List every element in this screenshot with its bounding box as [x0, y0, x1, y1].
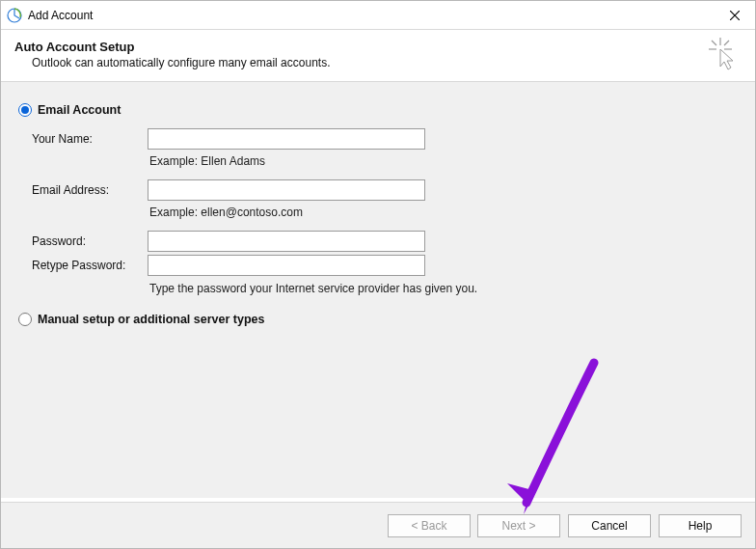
- svg-line-4: [712, 41, 716, 45]
- name-label: Your Name:: [32, 132, 148, 146]
- name-input[interactable]: [148, 128, 425, 150]
- close-button[interactable]: [715, 1, 755, 30]
- retype-password-input[interactable]: [148, 255, 425, 276]
- email-input[interactable]: [148, 179, 425, 201]
- outlook-icon: [7, 8, 22, 23]
- radio-email-account[interactable]: Email Account: [18, 103, 738, 117]
- back-button[interactable]: < Back: [388, 514, 471, 537]
- radio-icon: [18, 103, 32, 117]
- click-cursor-icon: [709, 38, 738, 67]
- next-button[interactable]: Next >: [477, 514, 560, 537]
- email-hint: Example: ellen@contoso.com: [148, 204, 303, 219]
- email-label: Email Address:: [32, 183, 148, 197]
- retype-password-label: Retype Password:: [32, 259, 148, 272]
- password-input[interactable]: [148, 231, 425, 252]
- cancel-button[interactable]: Cancel: [568, 514, 651, 537]
- radio-email-account-label: Email Account: [38, 103, 121, 117]
- email-account-form: Your Name: Example: Ellen Adams Email Ad…: [18, 128, 738, 295]
- radio-icon: [18, 313, 32, 326]
- wizard-title: Auto Account Setup: [14, 40, 738, 54]
- password-hint: Type the password your Internet service …: [148, 280, 477, 295]
- wizard-body: Email Account Your Name: Example: Ellen …: [1, 82, 755, 498]
- wizard-subtitle: Outlook can automatically configure many…: [14, 56, 738, 69]
- radio-manual-setup[interactable]: Manual setup or additional server types: [18, 313, 738, 326]
- password-label: Password:: [32, 234, 148, 248]
- window-title: Add Account: [28, 9, 93, 22]
- svg-line-5: [724, 41, 729, 45]
- wizard-header: Auto Account Setup Outlook can automatic…: [1, 30, 755, 82]
- help-button[interactable]: Help: [659, 514, 742, 537]
- wizard-footer: < Back Next > Cancel Help: [1, 502, 755, 548]
- titlebar: Add Account: [1, 1, 755, 30]
- name-hint: Example: Ellen Adams: [148, 152, 265, 168]
- radio-manual-setup-label: Manual setup or additional server types: [38, 313, 264, 326]
